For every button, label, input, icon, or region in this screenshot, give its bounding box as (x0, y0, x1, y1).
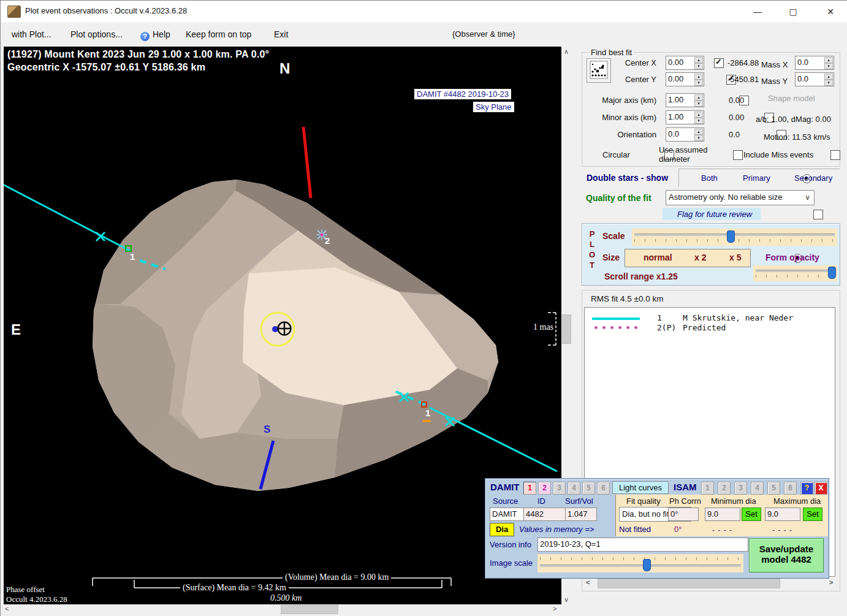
major-axis-spinner[interactable]: ▲▼ (694, 94, 703, 106)
minimize-icon[interactable]: — (747, 4, 768, 19)
version-info-field[interactable]: 2019-10-23, Q=1 (537, 538, 748, 552)
id-field[interactable]: 4482 (523, 508, 566, 521)
include-miss-label: Include Miss events (743, 150, 813, 159)
menu-exit[interactable]: Exit (272, 28, 291, 41)
asteroid-shape-model (4, 47, 561, 604)
plot-vscroll-thumb[interactable] (562, 314, 571, 344)
isam-model-1-button[interactable]: 1 (701, 482, 714, 495)
close-icon[interactable]: ✕ (820, 4, 841, 19)
center-y-spinner[interactable]: ▲▼ (694, 74, 703, 85)
version-info-label: Version info (490, 540, 531, 549)
size-label: Size (602, 253, 620, 262)
center-x-label: Center X (620, 58, 656, 67)
menu-plot-options[interactable]: Plot options... (68, 28, 125, 41)
center-x-input[interactable]: 0.00▲▼ (666, 56, 704, 70)
volume-label: (Volume) Mean dia = 9.00 km (283, 572, 391, 582)
damit-model-4-button[interactable]: 4 (568, 482, 580, 495)
plot-hscroll-thumb[interactable] (281, 605, 338, 614)
orientation-label: Orientation (594, 130, 656, 139)
include-miss-checkbox[interactable] (830, 150, 840, 160)
double-stars-label: Double stars - show (587, 173, 668, 183)
use-assumed-label2: diameter (659, 154, 690, 164)
north-axis-line (303, 127, 311, 198)
menu-keep-on-top[interactable]: Keep form on top (183, 28, 254, 41)
min-dia-field[interactable]: 9.0 (705, 508, 740, 521)
form-opacity-label: Form opacity (765, 253, 819, 262)
use-assumed-checkbox[interactable] (733, 150, 743, 160)
scroll-left-icon[interactable]: < (5, 605, 9, 612)
orientation-input[interactable]: 0.0▲▼ (666, 127, 704, 142)
minor-axis-input[interactable]: 1.00▲▼ (666, 110, 704, 124)
major-axis-input[interactable]: 1.00▲▼ (666, 93, 704, 107)
mass-y-spinner[interactable]: ▲▼ (824, 74, 833, 85)
mass-y-input[interactable]: 0.0▲▼ (795, 72, 834, 86)
damit-model-1-button[interactable]: 1 (523, 482, 536, 495)
center-x-spinner[interactable]: ▲▼ (694, 57, 703, 69)
orientation-spinner[interactable]: ▲▼ (694, 129, 703, 140)
form-opacity-thumb[interactable] (828, 267, 836, 279)
scatter-fit-icon (590, 61, 608, 79)
legend-hscroll-thumb[interactable] (598, 579, 780, 588)
isam-model-4-button[interactable]: 4 (751, 482, 764, 495)
maximize-icon[interactable]: ▢ (783, 4, 803, 19)
minor-axis-spinner[interactable]: ▲▼ (694, 112, 703, 123)
mass-y-label: Mass Y (761, 77, 788, 86)
isam-model-5-button[interactable]: 5 (767, 482, 780, 495)
menu-help[interactable]: ?Help (138, 28, 173, 41)
scroll-down-icon[interactable]: ∨ (561, 596, 571, 604)
save-update-button[interactable]: Save/updatemodel 4482 (749, 538, 824, 572)
damit-panel: DAMIT 1 2 3 4 5 6 Light curves ISAM 1 2 … (485, 478, 829, 579)
isam-model-3-button[interactable]: 3 (734, 482, 747, 495)
damit-model-5-button[interactable]: 5 (582, 482, 595, 495)
max-dia-set-button[interactable]: Set (803, 508, 822, 521)
damit-model-3-button[interactable]: 3 (553, 482, 566, 495)
quality-label: Quality of the fit (586, 193, 651, 203)
image-scale-thumb[interactable] (643, 559, 651, 571)
scale-slider[interactable] (632, 229, 837, 246)
find-best-fit-title: Find best fit (589, 48, 634, 57)
double-primary-label: Primary (743, 173, 770, 183)
legend-hscrollbar[interactable]: < > (584, 578, 839, 588)
isam-model-2-button[interactable]: 2 (718, 482, 731, 495)
form-opacity-slider[interactable] (753, 265, 837, 281)
sky-plane-plot[interactable]: (11927) Mount Kent 2023 Jun 29 1.00 x 1.… (4, 47, 561, 604)
min-dia-set-button[interactable]: Set (742, 508, 761, 521)
isam-model-6-button[interactable]: 6 (784, 482, 797, 495)
damit-close-icon[interactable]: X (815, 482, 827, 495)
image-scale-slider[interactable] (537, 554, 743, 572)
legend-scroll-right-icon[interactable]: > (829, 579, 833, 586)
min-dia-memory: - - - - (712, 526, 732, 534)
center-y-input[interactable]: 0.00▲▼ (666, 72, 704, 86)
fit-x-checkbox[interactable] (714, 58, 724, 68)
max-dia-field[interactable]: 9.0 (765, 508, 800, 521)
source-field[interactable]: DAMIT (490, 508, 525, 521)
mass-x-spinner[interactable]: ▲▼ (824, 57, 833, 69)
mass-x-input[interactable]: 0.0▲▼ (795, 56, 834, 70)
app-icon (7, 6, 21, 18)
damit-model-2-button[interactable]: 2 (538, 482, 551, 495)
scale-slider-thumb[interactable] (727, 230, 735, 243)
observer-time-label[interactable]: {Observer & time} (450, 28, 518, 41)
plot-vertical-label: PL OT (588, 229, 596, 270)
shape-model-label: Shape model (768, 94, 815, 103)
ph-corrn-field[interactable]: 0° (668, 508, 699, 521)
surfvol-field[interactable]: 1.047 (565, 508, 597, 521)
fit-button[interactable] (587, 58, 611, 83)
legend-scroll-left-icon[interactable]: < (586, 579, 590, 586)
fit-x-value: -2864.88 (727, 58, 759, 67)
dia-button[interactable]: Dia (490, 523, 514, 536)
id-header: ID (537, 496, 545, 506)
scroll-up-icon[interactable]: ∧ (561, 48, 571, 56)
north-label: N (279, 60, 290, 77)
scroll-right-icon[interactable]: > (553, 605, 556, 612)
flag-review-checkbox[interactable] (813, 210, 823, 219)
light-curves-button[interactable]: Light curves (612, 481, 669, 494)
size-x5-label: x 5 (729, 253, 741, 262)
quality-select[interactable]: Astrometry only. No reliable size ∨ (666, 190, 815, 205)
plot-hscrollbar[interactable]: < > (4, 604, 561, 614)
menu-with-plot[interactable]: with Plot... (9, 28, 54, 41)
damit-model-6-button[interactable]: 6 (597, 482, 610, 495)
damit-help-icon[interactable]: ? (800, 482, 813, 495)
app-window: Plot event observations : Occult v.4.202… (0, 0, 847, 616)
use-assumed-label1: Use assumed (659, 145, 707, 154)
